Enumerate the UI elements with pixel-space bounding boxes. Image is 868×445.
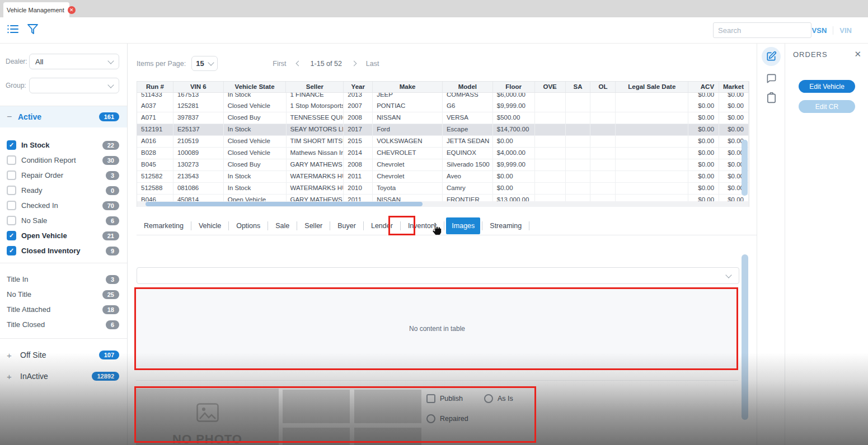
table-row[interactable]: 511433167513In Stock1 FINANCE2013JEEPCOM… — [137, 93, 749, 101]
table-cell: $14,700.00 — [493, 124, 535, 135]
table-cell — [535, 171, 566, 182]
table-cell: 2015 — [344, 136, 373, 147]
checkbox-icon[interactable]: ✓ — [7, 231, 16, 240]
title-filter-label: Title Attached — [7, 305, 50, 314]
pagination-prev-icon[interactable] — [295, 61, 301, 67]
pagination-last[interactable]: Last — [366, 60, 379, 68]
filter-item-in-stock[interactable]: ✓In Stock22 — [7, 138, 119, 153]
filter-item-ready[interactable]: Ready0 — [7, 183, 119, 198]
filter-item-repair-order[interactable]: Repair Order3 — [7, 168, 119, 183]
column-header-sa[interactable]: SA — [566, 82, 591, 92]
edit-orders-icon[interactable] — [762, 47, 781, 66]
column-header-market[interactable]: Market — [719, 82, 749, 92]
column-header-model[interactable]: Model — [443, 82, 493, 92]
column-header-vehicle-state[interactable]: Vehicle State — [224, 82, 287, 92]
clipboard-icon[interactable] — [762, 88, 781, 107]
close-icon[interactable]: ✕ — [854, 49, 861, 59]
table-vertical-scrollbar[interactable] — [742, 140, 748, 196]
pagination-next-icon[interactable] — [351, 61, 356, 67]
expand-plus-icon[interactable]: + — [7, 351, 16, 360]
photo-thumbnail[interactable] — [283, 428, 350, 445]
tab-close-icon[interactable]: ✕ — [68, 6, 76, 14]
filter-item-checked-in[interactable]: Checked In70 — [7, 198, 119, 213]
table-row[interactable]: A016210519Closed VehicleTIM SHORT MITSU.… — [137, 136, 749, 148]
tab-options[interactable]: Options — [229, 217, 268, 234]
column-header-vin-6[interactable]: VIN 6 — [173, 82, 224, 92]
filter-item-closed-inventory[interactable]: ✓Closed Inventory9 — [7, 243, 119, 258]
column-header-legal-sale-date[interactable]: Legal Sale Date — [616, 82, 688, 92]
list-menu-icon[interactable] — [7, 24, 18, 37]
column-header-acv[interactable]: ACV — [688, 82, 719, 92]
pagination-first[interactable]: First — [273, 60, 286, 68]
search-box[interactable] — [713, 22, 811, 38]
photo-thumbnail[interactable] — [354, 390, 421, 423]
table-horizontal-scrollbar-track[interactable] — [137, 201, 749, 207]
tab-inventory[interactable]: Inventory — [401, 217, 444, 234]
expand-plus-icon[interactable]: + — [7, 372, 16, 381]
publish-checkbox[interactable] — [426, 394, 435, 403]
sidebar-section-inactive[interactable]: +InActive12892 — [7, 366, 119, 387]
tab-sale[interactable]: Sale — [268, 217, 297, 234]
edit-cr-button[interactable]: Edit CR — [799, 100, 855, 113]
detail-vertical-scrollbar[interactable] — [742, 254, 748, 420]
photo-thumbnail[interactable] — [283, 390, 350, 423]
title-filter-no-title[interactable]: No Title25 — [7, 287, 119, 302]
checkbox-icon[interactable] — [7, 171, 16, 180]
as-is-radio[interactable] — [484, 394, 493, 403]
repaired-radio[interactable] — [426, 414, 435, 423]
edit-vehicle-button[interactable]: Edit Vehicle — [799, 80, 855, 93]
filter-item-open-vehicle[interactable]: ✓Open Vehicle21 — [7, 228, 119, 243]
search-input[interactable] — [718, 26, 806, 35]
tab-vehicle[interactable]: Vehicle — [191, 217, 228, 234]
browser-tab[interactable]: Vehicle Management ✕ — [3, 2, 69, 17]
group-select[interactable] — [29, 78, 119, 93]
dealer-select[interactable]: All — [29, 54, 119, 69]
tab-streaming[interactable]: Streaming — [482, 217, 529, 234]
tab-remarketing[interactable]: Remarketing — [137, 217, 191, 234]
checkbox-icon[interactable] — [7, 186, 16, 195]
column-header-seller[interactable]: Seller — [286, 82, 344, 92]
items-per-page-select[interactable]: 15 — [191, 56, 218, 71]
vehicle-management-app: Vehicle Management ✕ VSN VIN Dealer: All — [0, 0, 868, 445]
column-header-floor[interactable]: Floor — [493, 82, 535, 92]
table-horizontal-scrollbar-thumb[interactable] — [146, 202, 423, 206]
table-row[interactable]: B028100089Closed VehicleMathews Nissan I… — [137, 148, 749, 159]
column-header-year[interactable]: Year — [344, 82, 373, 92]
checkbox-icon[interactable] — [7, 216, 16, 225]
tab-seller[interactable]: Seller — [297, 217, 330, 234]
vin-button[interactable]: VIN — [833, 26, 858, 35]
checkbox-icon[interactable] — [7, 155, 16, 165]
checkbox-icon[interactable]: ✓ — [7, 246, 16, 255]
sidebar-section-off-site[interactable]: +Off Site107 — [7, 344, 119, 366]
filter-item-no-sale[interactable]: No Sale6 — [7, 213, 119, 228]
tab-buyer[interactable]: Buyer — [330, 217, 363, 234]
column-header-ol[interactable]: OL — [590, 82, 616, 92]
checkbox-icon[interactable]: ✓ — [7, 140, 16, 150]
images-category-select[interactable] — [137, 267, 739, 284]
table-row[interactable]: A037125281Closed Vehicle1 Stop Motorspor… — [137, 101, 749, 112]
table-cell — [616, 183, 688, 194]
filter-item-condition-report[interactable]: Condition Report30 — [7, 153, 119, 168]
clipped-row-wrapper: 511433167513In Stock1 FINANCE2013JEEPCOM… — [137, 93, 749, 101]
tab-lender[interactable]: Lender — [364, 217, 400, 234]
table-row[interactable]: 512588081086In StockWATERMARKS HU...2010… — [137, 183, 749, 195]
comments-icon[interactable] — [762, 69, 781, 88]
title-filter-title-closed[interactable]: Title Closed6 — [7, 317, 119, 332]
active-count-badge: 161 — [99, 112, 119, 121]
table-row[interactable]: A071397837Closed BuyTENNESSEE QUICK...20… — [137, 112, 749, 124]
column-header-ove[interactable]: OVE — [535, 82, 566, 92]
vsn-button[interactable]: VSN — [806, 26, 833, 35]
collapse-minus-icon[interactable]: − — [7, 112, 18, 122]
table-row[interactable]: B045130273Closed BuyGARY MATHEWS ...2008… — [137, 159, 749, 171]
table-row[interactable]: 512191E25137In StockSEAY MOTORS LLC2017F… — [137, 124, 749, 136]
column-header-run-[interactable]: Run # — [137, 82, 173, 92]
checkbox-icon[interactable] — [7, 201, 16, 210]
filter-icon[interactable] — [27, 24, 38, 37]
title-filter-title-in[interactable]: Title In3 — [7, 272, 119, 287]
column-header-make[interactable]: Make — [373, 82, 443, 92]
tab-images[interactable]: Images — [446, 217, 480, 234]
photo-thumbnail[interactable] — [354, 428, 421, 445]
table-row[interactable]: 512582213543In StockWATERMARKS HU...2011… — [137, 171, 749, 183]
title-filter-title-attached[interactable]: Title Attached18 — [7, 302, 119, 317]
sidebar-section-active[interactable]: − Active 161 — [0, 106, 127, 127]
